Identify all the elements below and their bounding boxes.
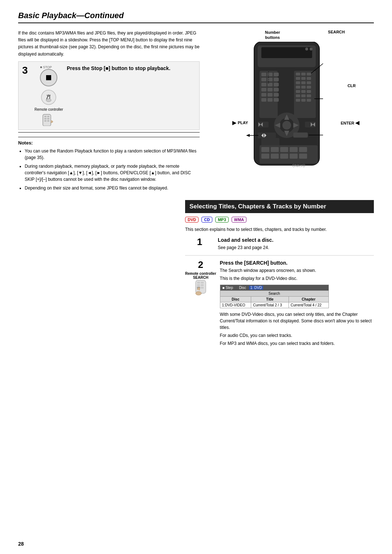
page-header: Basic Playback—Continued: [18, 11, 374, 23]
page: Basic Playback—Continued If the disc con…: [0, 0, 392, 554]
col-chapter: Chapter: [289, 296, 328, 302]
title-continued: —Continued: [76, 11, 124, 20]
cd-badge: CD: [201, 217, 212, 223]
mp3-badge: MP3: [215, 217, 229, 223]
step3-icon-area: ■ STOP Remote controller: [34, 65, 63, 126]
svg-rect-40: [296, 81, 300, 84]
number-buttons-label: Number buttons: [265, 30, 280, 40]
svg-rect-46: [296, 90, 300, 93]
svg-rect-16: [268, 73, 273, 76]
svg-rect-92: [197, 282, 200, 284]
svg-rect-50: [301, 94, 306, 97]
svg-rect-35: [301, 73, 306, 76]
svg-point-13: [310, 48, 313, 50]
svg-rect-22: [268, 83, 273, 86]
step2-body1: The Search window appears onscreen, as s…: [220, 267, 374, 274]
stop-label: ■ STOP: [40, 65, 57, 69]
step2-body3: With some DVD-Video discs, you can selec…: [220, 311, 374, 331]
note-item-3: Depending on their size and format, some…: [25, 185, 200, 191]
svg-rect-2: [43, 114, 51, 126]
remote-ctrl-label2: Remote controller: [185, 272, 216, 276]
svg-rect-27: [261, 93, 266, 97]
search-row: Search: [220, 290, 328, 296]
stop-button-icon: [40, 69, 57, 86]
row1-disc: 1:DVD-VIDEO: [220, 302, 251, 308]
svg-rect-48: [307, 90, 311, 93]
svg-rect-6: [47, 118, 49, 119]
svg-rect-51: [307, 94, 311, 97]
step2-content: Press the [SEARCH] button. The Search wi…: [220, 260, 374, 347]
bottom-section: Selecting Titles, Chapters & Tracks by N…: [18, 200, 374, 355]
step3-box: 3 ■ STOP: [18, 61, 200, 130]
svg-rect-30: [261, 98, 266, 102]
step2-body4: For audio CDs, you can select tracks.: [220, 332, 374, 339]
right-column-remote: Number buttons SEARCH: [207, 30, 374, 194]
svg-rect-83: [299, 154, 307, 159]
page-title: Basic Playback—Continued: [18, 11, 124, 20]
table-disc-label: Disc: [239, 286, 246, 290]
data-row-1: 1:DVD-VIDEO Current/Total 2 / 3 Current/…: [220, 302, 328, 308]
table-disc-val: 1: DVD: [249, 286, 263, 290]
svg-rect-21: [261, 83, 266, 86]
svg-rect-82: [290, 154, 298, 159]
step3-instruction: Press the Stop [■] button to stop playba…: [67, 65, 170, 71]
svg-rect-37: [296, 77, 300, 80]
search-center-label: Search: [220, 290, 328, 296]
bottom-right-section: Selecting Titles, Chapters & Tracks by N…: [185, 200, 374, 355]
svg-point-98: [196, 292, 201, 295]
title-main: Basic Playback: [18, 11, 76, 20]
step2-body2: This is the display for a DVD-Video disc…: [220, 275, 374, 282]
svg-rect-54: [307, 99, 311, 102]
svg-rect-36: [307, 73, 311, 76]
svg-rect-81: [280, 154, 288, 159]
hand-pressing-icon: [41, 89, 57, 105]
svg-rect-39: [307, 77, 311, 80]
svg-rect-94: [197, 284, 200, 286]
play-label: ▶ PLAY: [232, 120, 248, 126]
svg-rect-8: [47, 120, 49, 122]
svg-point-61: [282, 121, 291, 130]
search-btn-label: SEARCH: [193, 276, 208, 280]
note-item-2: During random playback, memory playback,…: [25, 163, 200, 183]
svg-rect-17: [274, 73, 279, 76]
svg-point-0: [41, 90, 56, 105]
svg-rect-75: [271, 147, 279, 152]
svg-rect-97: [201, 287, 204, 289]
left-column: If the disc contains MP3/WMA files and J…: [18, 30, 200, 194]
svg-rect-18: [261, 78, 266, 81]
step2-title: Press the [SEARCH] button.: [220, 260, 374, 266]
step1-body: See page 23 and page 24.: [218, 244, 374, 251]
svg-rect-95: [201, 284, 204, 286]
svg-point-1: [46, 99, 51, 102]
wma-badge: WMA: [232, 217, 247, 223]
svg-rect-31: [268, 98, 273, 102]
remote-hand-icon: [42, 113, 55, 126]
notes-list: You can use the Random Playback function…: [18, 148, 200, 191]
step1-title: Load and select a disc.: [218, 237, 374, 243]
step1-number-area: 1: [185, 237, 214, 247]
svg-rect-41: [301, 81, 306, 84]
svg-rect-23: [274, 83, 279, 86]
svg-rect-72: [293, 133, 308, 138]
search-table: ■ Step Disc 1: DVD Search Disc: [220, 285, 329, 308]
top-section: If the disc contains MP3/WMA files and J…: [18, 30, 374, 194]
step2-body5: For MP3 and WMA discs, you can select tr…: [220, 340, 374, 347]
svg-rect-53: [301, 99, 306, 102]
svg-text:ONKYO: ONKYO: [292, 164, 305, 168]
remote-svg: ONKYO: [236, 42, 345, 180]
svg-rect-29: [274, 93, 279, 97]
remote-controller-label: Remote controller: [34, 107, 63, 111]
svg-rect-68: [258, 133, 276, 138]
page-number: 28: [18, 541, 24, 547]
notes-title: Notes:: [18, 140, 200, 146]
svg-rect-19: [268, 78, 273, 81]
svg-rect-11: [261, 47, 312, 58]
section-heading: Selecting Titles, Chapters & Tracks by N…: [185, 200, 374, 213]
clr-label: CLR: [347, 83, 356, 88]
search-label: SEARCH: [328, 30, 345, 40]
svg-rect-80: [271, 154, 279, 159]
svg-rect-45: [307, 86, 311, 89]
col-disc: Disc: [220, 296, 251, 302]
search-table-header: ■ Step Disc 1: DVD: [220, 285, 328, 290]
stop-square-shape: [46, 75, 51, 80]
